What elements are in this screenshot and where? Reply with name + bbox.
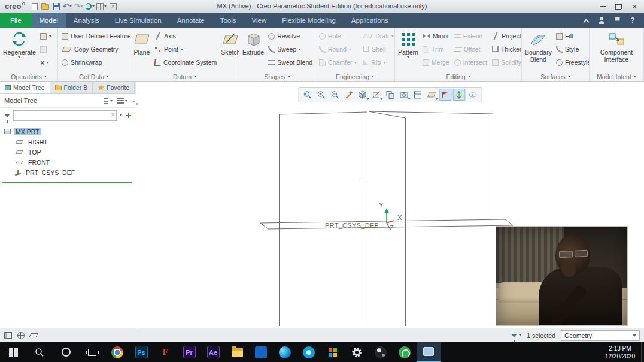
minimize-button[interactable]: [594, 0, 610, 13]
user-defined-feature-button[interactable]: User-Defined Feature: [60, 29, 130, 43]
section-button[interactable]: [370, 89, 383, 101]
tab-folder-browser[interactable]: Folder B: [50, 82, 93, 93]
datum-display-button[interactable]: [426, 89, 438, 101]
paste-button[interactable]: [38, 29, 53, 43]
open-file-button[interactable]: [41, 1, 50, 12]
tree-filters-button[interactable]: [117, 98, 127, 104]
tree-item-prt-csys-def[interactable]: PRT_CSYS_DEF: [0, 167, 136, 177]
group-label-engineering[interactable]: Engineering: [315, 72, 394, 81]
filter-options-caret-icon[interactable]: [120, 114, 122, 116]
plane-button[interactable]: Plane: [132, 29, 151, 56]
pattern-button[interactable]: Pattern: [397, 29, 420, 59]
sketch-button[interactable]: Sketch: [220, 29, 239, 56]
shrinkwrap-button[interactable]: Shrinkwrap: [60, 56, 130, 69]
tab-flexible-modeling[interactable]: Flexible Modeling: [274, 13, 344, 28]
group-label-model-intent[interactable]: Model Intent: [590, 72, 643, 81]
close-window-button[interactable]: [108, 1, 117, 12]
tree-item-right[interactable]: RIGHT: [0, 137, 136, 147]
chrome-taskbar-button[interactable]: [105, 342, 129, 362]
microsoft-app-taskbar-button[interactable]: [321, 342, 345, 362]
solidify-button[interactable]: Solidify: [490, 56, 522, 69]
delete-button[interactable]: [38, 56, 53, 69]
axis-button[interactable]: Axis: [153, 29, 218, 43]
premiere-taskbar-button[interactable]: Pr: [177, 342, 201, 362]
graphics-area[interactable]: Y X Z PRT_CSYS_DEF: [136, 82, 644, 328]
merge-button[interactable]: Merge: [421, 56, 451, 69]
datum-toggle-icon[interactable]: [29, 333, 38, 337]
settings-taskbar-button[interactable]: [345, 342, 369, 362]
tree-item-front[interactable]: FRONT: [0, 157, 136, 167]
perspective-button[interactable]: [467, 89, 479, 101]
insert-here-indicator[interactable]: [2, 182, 132, 183]
group-label-get-data[interactable]: Get Data: [58, 72, 130, 81]
swept-blend-button[interactable]: Swept Blend: [266, 56, 314, 69]
file-explorer-taskbar-button[interactable]: [225, 342, 249, 362]
round-button[interactable]: Round: [317, 43, 359, 56]
filter-funnel-icon[interactable]: [4, 114, 10, 117]
copy-geometry-button[interactable]: Copy Geometry: [60, 43, 130, 56]
photoshop-taskbar-button[interactable]: Ps: [129, 342, 153, 362]
regenerate-button[interactable]: Regenerate: [2, 29, 37, 59]
group-label-operations[interactable]: Operations: [0, 72, 57, 81]
tab-model[interactable]: Model: [32, 13, 66, 28]
project-button[interactable]: Project: [490, 29, 522, 43]
tab-tools[interactable]: Tools: [212, 13, 244, 28]
tab-favorites[interactable]: Favorite: [93, 82, 135, 93]
close-button[interactable]: [627, 0, 643, 13]
tree-filter-input[interactable]: [13, 110, 117, 121]
tab-view[interactable]: View: [244, 13, 275, 28]
sweep-button[interactable]: Sweep: [266, 43, 314, 56]
annotation-display-button[interactable]: [439, 89, 452, 101]
start-button[interactable]: [0, 342, 26, 362]
zoom-out-button[interactable]: [329, 89, 342, 101]
point-button[interactable]: Point: [153, 43, 218, 56]
component-interface-button[interactable]: Component Interface: [593, 29, 640, 64]
navigator-toggle-icon[interactable]: [4, 332, 12, 339]
cortana-button[interactable]: [53, 342, 79, 362]
extend-button[interactable]: Extend: [452, 29, 489, 43]
view-manager-button[interactable]: [412, 89, 424, 101]
green-app-taskbar-button[interactable]: [393, 342, 417, 362]
window-settings-button[interactable]: [96, 1, 107, 12]
group-label-surfaces[interactable]: Surfaces: [522, 72, 589, 81]
rib-button[interactable]: Rib: [361, 56, 395, 69]
boundary-blend-button[interactable]: Boundary Blend: [524, 29, 553, 64]
copy-button[interactable]: [38, 43, 53, 56]
add-filter-icon[interactable]: [125, 112, 132, 119]
creo-taskbar-button[interactable]: [417, 342, 441, 362]
intersect-button[interactable]: Intersect: [452, 56, 489, 69]
mirror-button[interactable]: Mirror: [421, 29, 451, 43]
tree-item-mx-prt[interactable]: MX.PRT: [0, 126, 136, 137]
thicken-button[interactable]: Thicken: [490, 43, 522, 56]
refit-button[interactable]: [302, 89, 314, 101]
draft-button[interactable]: Draft: [361, 29, 395, 43]
display-style-button[interactable]: [357, 89, 369, 101]
clock[interactable]: 2:13 PM 12/20/2020: [599, 345, 641, 360]
after-effects-taskbar-button[interactable]: Ae: [201, 342, 225, 362]
edge-taskbar-button[interactable]: [273, 342, 297, 362]
zoom-in-button[interactable]: [315, 89, 328, 101]
show-desktop-button[interactable]: [641, 342, 644, 362]
hole-button[interactable]: Hole: [317, 29, 359, 43]
clear-filter-icon[interactable]: [111, 111, 115, 118]
group-label-datum[interactable]: Datum: [130, 72, 239, 81]
user-account-button[interactable]: [597, 16, 606, 25]
obs-taskbar-button[interactable]: [369, 342, 393, 362]
coordinate-system-button[interactable]: Coordinate System: [153, 56, 218, 69]
search-tool-button[interactable]: [511, 334, 521, 337]
taskbar-search-button[interactable]: [26, 342, 53, 362]
undo-button[interactable]: [62, 1, 72, 12]
tab-model-tree[interactable]: Model Tree: [0, 82, 50, 93]
restore-button[interactable]: [610, 0, 627, 13]
tab-annotate[interactable]: Annotate: [169, 13, 212, 28]
web-browser-toggle-icon[interactable]: [17, 332, 25, 339]
selection-filter-dropdown[interactable]: Geometry: [561, 330, 640, 341]
shell-button[interactable]: Shell: [361, 43, 395, 56]
repaint-button[interactable]: [343, 89, 356, 101]
redo-button[interactable]: [74, 1, 83, 12]
tree-columns-button[interactable]: [102, 98, 113, 104]
tree-item-top[interactable]: TOP: [0, 147, 136, 157]
freestyle-button[interactable]: Freestyle: [554, 56, 590, 69]
offset-button[interactable]: Offset: [452, 43, 489, 56]
chamfer-button[interactable]: Chamfer: [317, 56, 359, 69]
